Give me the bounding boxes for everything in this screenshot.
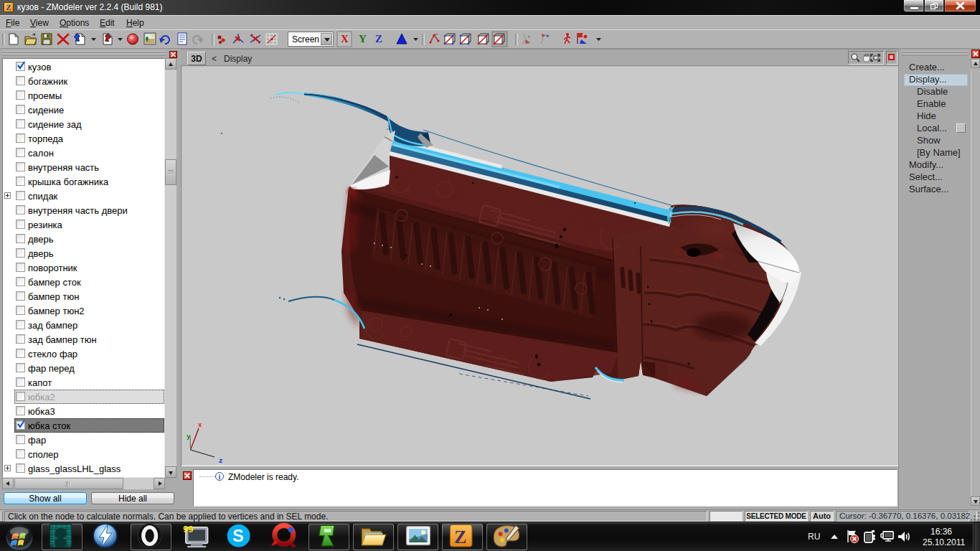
svg-text:Z: Z [454, 527, 466, 547]
svg-text:99: 99 [183, 524, 193, 534]
svg-text:Z: Z [375, 33, 382, 44]
svg-text:S: S [232, 527, 244, 545]
svg-text:X: X [341, 33, 349, 44]
svg-text:x: x [198, 422, 202, 429]
svg-text:Y: Y [359, 33, 367, 44]
svg-text:y: y [187, 433, 191, 441]
svg-text:z: z [219, 458, 222, 465]
